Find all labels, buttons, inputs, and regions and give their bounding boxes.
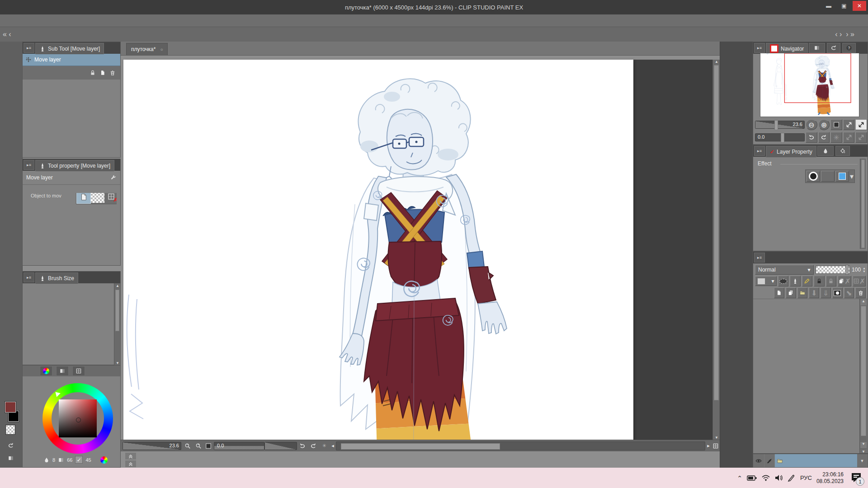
reset-view-icon[interactable]: ✳ bbox=[319, 441, 330, 450]
lock-icon[interactable] bbox=[90, 70, 96, 76]
subtool-panel-tab[interactable]: Sub Tool [Move layer] bbox=[35, 43, 104, 54]
canvas-hscrollbar[interactable] bbox=[336, 441, 705, 450]
rotate-slider-2[interactable] bbox=[264, 442, 297, 450]
border-effect-button[interactable] bbox=[807, 171, 820, 182]
sv-cursor[interactable] bbox=[76, 418, 81, 422]
color-set-tab[interactable] bbox=[72, 366, 85, 376]
nav-fit-icon[interactable] bbox=[830, 119, 842, 130]
brush-size-tab[interactable]: Brush Size bbox=[35, 272, 78, 284]
minimize-button[interactable]: ▬ bbox=[822, 1, 835, 11]
panel-menu-icon[interactable]: ▸≡ bbox=[24, 272, 34, 282]
object-tone-button[interactable] bbox=[91, 193, 104, 203]
panel-collapse-left[interactable]: « ‹ bbox=[0, 30, 25, 38]
wifi-icon[interactable] bbox=[761, 474, 770, 481]
layer-color-button[interactable] bbox=[835, 171, 849, 182]
subtool-group-header[interactable]: Move layer bbox=[23, 54, 120, 66]
opacity-slider[interactable] bbox=[816, 266, 850, 274]
clock[interactable]: 23:06:16 08.05.2023 bbox=[816, 471, 844, 485]
document-tab[interactable]: плуточка* ○ bbox=[126, 43, 168, 55]
tone-effect-button[interactable] bbox=[821, 171, 835, 182]
tray-chevron-icon[interactable]: ⌃ bbox=[737, 474, 742, 482]
zoom-slider[interactable]: 23.6 bbox=[123, 442, 181, 450]
volume-icon[interactable] bbox=[775, 474, 783, 481]
transfer-down-icon[interactable]: ⬇ bbox=[809, 287, 819, 298]
fit-to-screen-icon[interactable] bbox=[203, 441, 214, 450]
new-layer-icon[interactable] bbox=[774, 287, 784, 298]
nav-zoom-in-icon[interactable]: ⊕ bbox=[818, 119, 830, 130]
foreground-color-chip[interactable] bbox=[5, 401, 16, 413]
docked-layer-row[interactable] bbox=[775, 454, 857, 467]
hscroll-right-arrow[interactable]: ▸ bbox=[705, 441, 712, 450]
color-wheel-tab[interactable] bbox=[40, 366, 52, 376]
wheel-mini-icon[interactable] bbox=[100, 456, 108, 464]
zoom-in-icon[interactable]: + bbox=[192, 441, 203, 450]
panel-menu-icon[interactable]: ▸≡ bbox=[24, 43, 34, 53]
scroll-corner-icon[interactable] bbox=[712, 441, 720, 450]
flip-reset-icon[interactable] bbox=[855, 119, 867, 130]
reset-rotation-icon[interactable]: ✳ bbox=[830, 132, 842, 143]
pen-icon[interactable] bbox=[788, 474, 796, 482]
clip-to-layer-icon[interactable]: ✗ bbox=[838, 276, 851, 286]
blend-mode-dropdown[interactable]: Normal▾ bbox=[755, 265, 814, 275]
rotate-left-icon[interactable] bbox=[806, 132, 817, 143]
object-layer-button[interactable] bbox=[76, 193, 91, 204]
close-button[interactable]: ✕ bbox=[853, 1, 866, 11]
canvas[interactable] bbox=[123, 60, 633, 440]
expand-timeline-button[interactable] bbox=[125, 452, 137, 460]
rotate-slider[interactable]: 0.0 bbox=[214, 442, 264, 450]
tone-settings-tab[interactable] bbox=[817, 146, 834, 156]
tab-close-icon[interactable]: ○ bbox=[160, 47, 163, 52]
language-indicator[interactable]: РУС bbox=[800, 474, 812, 481]
panel-menu-icon[interactable]: ▸≡ bbox=[754, 146, 765, 156]
chevron-down-icon[interactable]: ▾ bbox=[850, 172, 854, 181]
navigator-thumbnail[interactable] bbox=[760, 53, 859, 117]
new-subtool-icon[interactable] bbox=[99, 70, 106, 76]
tool-property-tab[interactable]: Tool property [Move layer] bbox=[35, 160, 114, 171]
panel-collapse-right[interactable]: ‹ › › » bbox=[835, 30, 868, 38]
canvas-vscrollbar[interactable]: ▲ ▼ bbox=[712, 60, 720, 440]
information-tab[interactable] bbox=[842, 43, 856, 53]
brush-size-scrollbar[interactable]: ▲ ▼ bbox=[114, 283, 120, 366]
image-preview-tab[interactable] bbox=[809, 43, 825, 53]
panel-menu-icon[interactable]: ▸≡ bbox=[754, 253, 765, 263]
layer-mask-icon[interactable] bbox=[832, 287, 843, 298]
flip-hv-icon[interactable] bbox=[855, 132, 867, 143]
battery-icon[interactable] bbox=[747, 475, 757, 481]
layer-property-scrollbar[interactable] bbox=[860, 159, 866, 249]
lock-transparent-icon[interactable] bbox=[826, 276, 837, 286]
apply-mask-icon[interactable]: ⬊ bbox=[844, 287, 854, 298]
screen-color-icon[interactable] bbox=[4, 452, 18, 465]
ruler-range-icon[interactable]: ✗ bbox=[853, 276, 866, 286]
layer-list-scrollbar[interactable]: ▲ ▼ ▼ bbox=[859, 299, 867, 455]
nav-zoom-out-icon[interactable]: ⊖ bbox=[806, 119, 817, 130]
panel-menu-icon[interactable]: ▸≡ bbox=[754, 43, 765, 53]
navigator-rotate-slider[interactable]: 0.0 bbox=[755, 133, 805, 141]
maximize-button[interactable]: ▣ bbox=[837, 1, 851, 11]
rotate-right-icon[interactable] bbox=[308, 441, 319, 450]
navigator-zoom-slider[interactable]: 23.6 bbox=[755, 121, 805, 129]
hscroll-left-arrow[interactable]: ◂ bbox=[330, 441, 336, 450]
draft-pencil-icon[interactable] bbox=[802, 276, 813, 286]
new-layer-2-icon[interactable] bbox=[786, 287, 796, 298]
color-wheel[interactable] bbox=[42, 383, 113, 454]
new-folder-icon[interactable] bbox=[797, 287, 808, 298]
delete-subtool-icon[interactable] bbox=[109, 70, 116, 76]
hue-cursor[interactable] bbox=[53, 390, 61, 397]
docked-scroll-down[interactable]: ▼ bbox=[857, 454, 868, 467]
zoom-out-icon[interactable]: − bbox=[181, 441, 192, 450]
lock-layer-icon[interactable] bbox=[814, 276, 825, 286]
delete-layer-icon[interactable] bbox=[855, 287, 866, 298]
navigator-tab[interactable]: Navigator bbox=[766, 43, 808, 54]
color-slider-tab[interactable] bbox=[56, 366, 69, 376]
opacity-stepper[interactable]: ▲▼ bbox=[863, 267, 866, 273]
flip-horizontal-icon[interactable] bbox=[843, 119, 855, 130]
swap-colors-icon[interactable] bbox=[4, 439, 18, 452]
effect-settings-tab[interactable] bbox=[835, 146, 850, 156]
transparent-color-chip[interactable] bbox=[5, 425, 15, 435]
rotate-left-icon[interactable] bbox=[297, 441, 308, 450]
value-checkbox[interactable]: ✓ bbox=[75, 456, 83, 464]
flip-v-icon[interactable] bbox=[843, 132, 855, 143]
layer-property-tab[interactable]: ✓ Layer Property bbox=[766, 146, 816, 157]
object-grid-button[interactable]: ✗ bbox=[104, 193, 117, 203]
merge-down-icon[interactable]: ⇓ bbox=[821, 287, 831, 298]
